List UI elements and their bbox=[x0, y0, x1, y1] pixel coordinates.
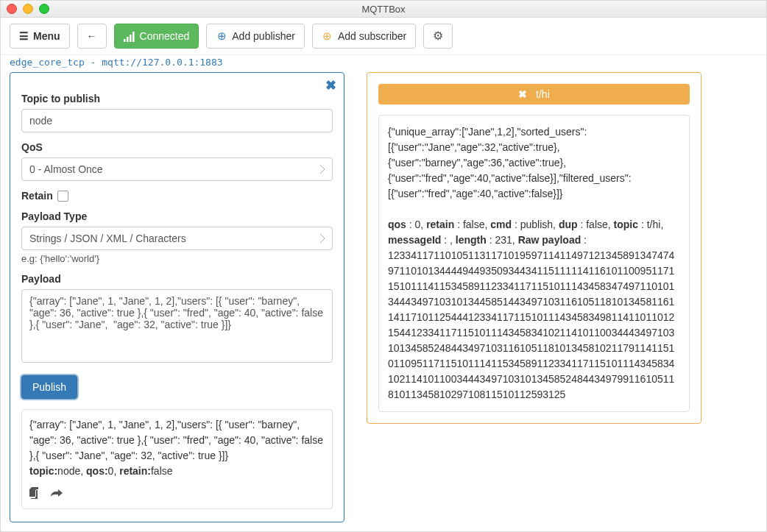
window-titlebar: MQTTBox bbox=[1, 1, 766, 18]
message-body: {"unique_array":["Jane",1,2],"sorted_use… bbox=[388, 124, 680, 202]
message-card: {"unique_array":["Jane",1,2],"sorted_use… bbox=[378, 115, 690, 412]
back-icon bbox=[87, 29, 97, 43]
history-meta: topic:node, qos:0, retain:false bbox=[29, 464, 325, 479]
plus-circle-icon bbox=[322, 30, 333, 42]
svg-rect-1 bbox=[127, 37, 129, 42]
window-title: MQTTBox bbox=[1, 4, 766, 15]
payload-textarea[interactable]: {"array": ["Jane", 1, "Jane", 1, 2],"use… bbox=[21, 289, 333, 363]
qos-select[interactable]: 0 - Almost Once bbox=[21, 157, 333, 181]
message-meta: qos : 0, retain : false, cmd : publish, … bbox=[388, 217, 680, 402]
window-close-icon[interactable] bbox=[7, 4, 17, 14]
back-button[interactable] bbox=[77, 24, 107, 49]
window-zoom-icon[interactable] bbox=[39, 4, 49, 14]
add-publisher-label: Add publisher bbox=[232, 29, 295, 43]
settings-button[interactable] bbox=[423, 24, 453, 49]
menu-icon bbox=[19, 29, 29, 43]
menu-button[interactable]: Menu bbox=[10, 24, 70, 49]
subscription-topic-pill[interactable]: ✖ t/hi bbox=[378, 84, 690, 104]
topic-label: Topic to publish bbox=[21, 93, 333, 104]
close-icon[interactable]: ✖ bbox=[325, 77, 336, 93]
connection-status-button[interactable]: Connected bbox=[114, 24, 199, 49]
subscription-topic: t/hi bbox=[536, 88, 550, 100]
subscriber-panel: ✖ t/hi {"unique_array":["Jane",1,2],"sor… bbox=[367, 72, 701, 424]
svg-rect-2 bbox=[130, 35, 132, 42]
add-subscriber-button[interactable]: Add subscriber bbox=[312, 24, 416, 49]
publisher-panel: ✖ Topic to publish QoS 0 - Almost Once R… bbox=[10, 72, 344, 522]
copy-icon[interactable] bbox=[29, 483, 40, 501]
republish-icon[interactable] bbox=[51, 483, 63, 501]
svg-rect-0 bbox=[124, 39, 126, 42]
topic-input[interactable] bbox=[21, 109, 333, 132]
signal-icon bbox=[124, 29, 135, 43]
plus-circle-icon bbox=[216, 30, 227, 42]
publish-button[interactable]: Publish bbox=[21, 375, 77, 399]
payload-type-select[interactable]: Strings / JSON / XML / Characters bbox=[21, 227, 333, 250]
connected-label: Connected bbox=[140, 29, 190, 43]
close-icon[interactable]: ✖ bbox=[518, 88, 527, 100]
svg-rect-3 bbox=[132, 32, 135, 42]
history-body: {"array": ["Jane", 1, "Jane", 1, 2],"use… bbox=[29, 417, 325, 464]
qos-label: QoS bbox=[21, 141, 333, 153]
window-minimize-icon[interactable] bbox=[23, 4, 33, 14]
publish-history-item: {"array": ["Jane", 1, "Jane", 1, 2],"use… bbox=[21, 409, 333, 509]
connection-label[interactable]: edge_core_tcp - mqtt://127.0.0.1:1883 bbox=[1, 55, 766, 69]
add-subscriber-label: Add subscriber bbox=[338, 29, 406, 43]
payload-label: Payload bbox=[21, 273, 333, 285]
toolbar: Menu Connected Add publisher Add subscri… bbox=[1, 18, 766, 55]
gear-icon bbox=[433, 29, 443, 43]
menu-label: Menu bbox=[33, 29, 60, 43]
payload-type-hint: e.g: {'hello':'world'} bbox=[21, 253, 333, 264]
payload-type-label: Payload Type bbox=[21, 210, 333, 222]
retain-checkbox[interactable] bbox=[57, 191, 68, 202]
add-publisher-button[interactable]: Add publisher bbox=[206, 24, 305, 49]
retain-label: Retain bbox=[21, 190, 333, 202]
